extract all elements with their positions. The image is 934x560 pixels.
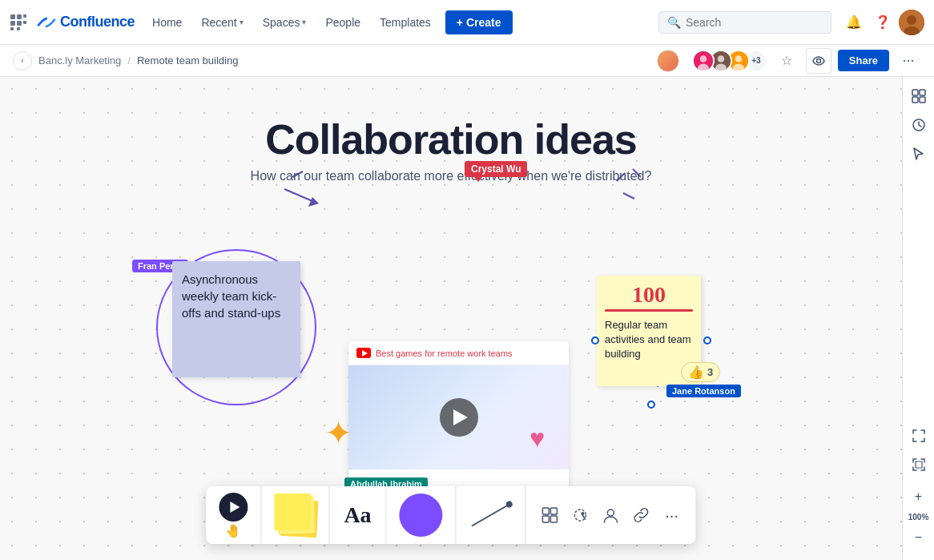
- confluence-logo[interactable]: Confluence: [37, 13, 135, 32]
- notifications-icon[interactable]: 🔔: [841, 10, 867, 35]
- svg-point-39: [608, 510, 614, 516]
- svg-point-9: [907, 15, 916, 25]
- svg-rect-3: [10, 21, 15, 26]
- handle-right: [703, 336, 711, 344]
- frame-tool[interactable]: [536, 501, 565, 530]
- youtube-icon: [356, 348, 371, 358]
- sticky-notes-tool[interactable]: [261, 486, 329, 544]
- breadcrumb-actions: +3 ☆ Share ···: [657, 48, 921, 74]
- search-bar[interactable]: 🔍: [658, 11, 831, 34]
- svg-rect-1: [17, 14, 22, 19]
- play-button[interactable]: [440, 398, 478, 437]
- breadcrumb-page-title[interactable]: Remote team building: [137, 54, 238, 66]
- lasso-tool[interactable]: [566, 501, 595, 530]
- zoom-level-label: 100%: [908, 513, 929, 522]
- nav-people[interactable]: People: [317, 11, 368, 34]
- select-tool[interactable]: 🤚: [206, 486, 261, 544]
- person-tool[interactable]: [597, 501, 626, 530]
- svg-rect-34: [551, 508, 558, 514]
- nav-spaces[interactable]: Spaces ▾: [255, 11, 315, 34]
- hand-icon: 🤚: [225, 523, 241, 538]
- handle-left: [591, 336, 599, 344]
- zoom-in-button[interactable]: +: [906, 484, 932, 510]
- shape-tool-icon: [400, 494, 443, 537]
- video-title: Best games for remote work teams: [376, 348, 513, 358]
- svg-rect-35: [543, 516, 550, 522]
- zoom-out-button[interactable]: −: [906, 525, 932, 550]
- play-circle-icon: [219, 493, 248, 522]
- app-grid-icon[interactable]: [10, 14, 27, 31]
- video-card-header: Best games for remote work teams: [348, 341, 569, 365]
- svg-marker-22: [308, 197, 319, 207]
- additional-tools: ···: [526, 486, 696, 544]
- page-subtitle: How can our team collaborate more effect…: [251, 169, 652, 183]
- video-preview-area[interactable]: ♥: [348, 365, 569, 469]
- svg-line-21: [284, 189, 312, 201]
- breadcrumb-toggle-btn[interactable]: ‹: [13, 51, 32, 71]
- video-embed-card[interactable]: Best games for remote work teams ♥: [348, 341, 569, 489]
- spaces-chevron: ▾: [302, 18, 306, 26]
- nav-home[interactable]: Home: [144, 11, 190, 34]
- breadcrumb-space[interactable]: Banc.ly Marketing: [38, 54, 121, 66]
- svg-point-15: [718, 55, 725, 62]
- line-tool[interactable]: [457, 486, 526, 544]
- nav-recent[interactable]: Recent ▾: [193, 11, 251, 34]
- svg-rect-43: [920, 97, 925, 103]
- canvas-title-block: Collaboration ideas How can our team col…: [251, 117, 652, 183]
- nav-templates[interactable]: Templates: [372, 11, 439, 34]
- help-icon[interactable]: ❓: [870, 10, 896, 35]
- handle-bottom: [647, 401, 655, 409]
- collab-avatar-1: [692, 50, 715, 72]
- svg-rect-7: [17, 27, 20, 30]
- collab-avatars-group: +3: [692, 50, 767, 72]
- confluence-text: Confluence: [60, 14, 135, 30]
- right-sidebar: + 100% −: [902, 77, 934, 560]
- whiteboard-canvas[interactable]: Collaboration ideas How can our team col…: [0, 77, 902, 560]
- svg-point-18: [735, 55, 743, 62]
- nav-icon-group: 🔔 ❓: [841, 10, 924, 35]
- share-button[interactable]: Share: [838, 50, 889, 71]
- svg-rect-42: [912, 97, 918, 103]
- crystal-wu-cursor: Crystal Wu: [465, 161, 527, 177]
- svg-rect-45: [916, 461, 922, 468]
- create-button[interactable]: + Create: [445, 10, 513, 34]
- toolbar-icon-group: ···: [536, 501, 686, 530]
- layout-icon-btn[interactable]: [906, 83, 932, 109]
- svg-point-37: [575, 510, 586, 521]
- user-avatar[interactable]: [899, 10, 924, 35]
- whiteboard-toolbar: 🤚 Aa: [206, 486, 695, 544]
- svg-point-20: [816, 58, 820, 62]
- thumbs-up-reaction[interactable]: 👍 3: [681, 362, 720, 382]
- svg-rect-4: [17, 21, 22, 26]
- svg-line-26: [623, 193, 634, 199]
- link-tool[interactable]: [627, 501, 656, 530]
- svg-point-12: [700, 55, 707, 62]
- score-display: 100: [605, 284, 693, 306]
- sticky-yellow-text: Regular team activities and team buildin…: [605, 319, 691, 360]
- expand-icon-btn[interactable]: [906, 423, 932, 449]
- heart-decoration: ♥: [529, 424, 545, 453]
- thumbs-icon: 👍: [688, 365, 704, 380]
- toolbar-more-button[interactable]: ···: [658, 501, 686, 530]
- history-icon-btn[interactable]: [906, 112, 932, 138]
- watch-button[interactable]: [806, 48, 831, 74]
- svg-point-19: [733, 63, 744, 71]
- shape-tool[interactable]: [387, 486, 457, 544]
- svg-rect-36: [551, 516, 558, 522]
- svg-rect-33: [543, 508, 550, 514]
- svg-point-16: [715, 63, 727, 71]
- svg-rect-40: [912, 90, 918, 95]
- score-underline: [605, 309, 693, 312]
- zoom-controls: + 100% −: [906, 481, 932, 554]
- svg-rect-2: [23, 14, 26, 18]
- sticky-note-blue[interactable]: Asynchronous weekly team kick-offs and s…: [172, 261, 300, 377]
- cursor-icon-btn[interactable]: [906, 141, 932, 167]
- jane-rotanson-cursor: Jane Rotanson: [666, 385, 741, 397]
- line-tool-icon: [469, 494, 513, 537]
- search-input[interactable]: [686, 16, 823, 29]
- star-button[interactable]: ☆: [774, 48, 799, 74]
- fit-screen-btn[interactable]: [906, 452, 932, 477]
- svg-point-13: [698, 63, 709, 71]
- text-tool[interactable]: Aa: [329, 486, 386, 544]
- more-options-button[interactable]: ···: [896, 48, 921, 74]
